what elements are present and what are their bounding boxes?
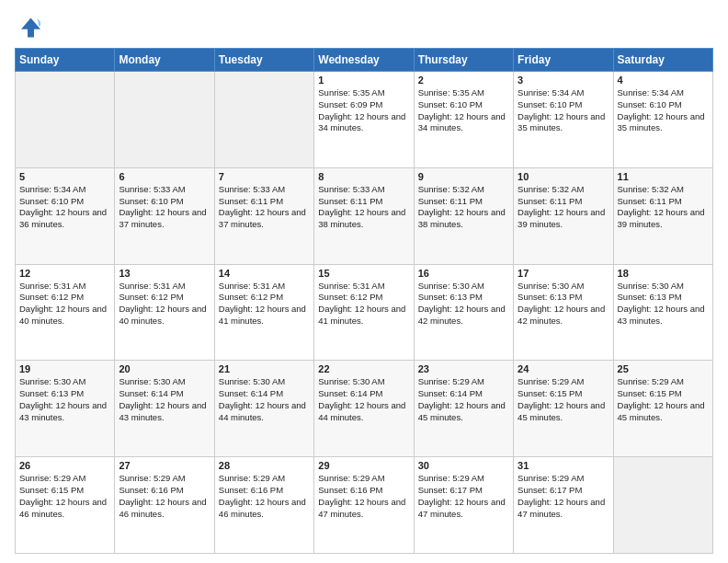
calendar-cell: 17Sunrise: 5:30 AM Sunset: 6:13 PM Dayli… xyxy=(514,264,613,361)
day-number: 24 xyxy=(518,363,609,374)
day-number: 27 xyxy=(119,460,210,471)
day-info: Sunrise: 5:29 AM Sunset: 6:14 PM Dayligh… xyxy=(418,376,509,423)
calendar-cell: 30Sunrise: 5:29 AM Sunset: 6:17 PM Dayli… xyxy=(414,457,513,554)
calendar-cell: 20Sunrise: 5:30 AM Sunset: 6:14 PM Dayli… xyxy=(115,361,214,457)
day-info: Sunrise: 5:30 AM Sunset: 6:13 PM Dayligh… xyxy=(518,281,609,327)
calendar-cell: 24Sunrise: 5:29 AM Sunset: 6:15 PM Dayli… xyxy=(514,361,613,457)
calendar-cell: 4Sunrise: 5:34 AM Sunset: 6:10 PM Daylig… xyxy=(613,72,712,168)
day-info: Sunrise: 5:32 AM Sunset: 6:11 PM Dayligh… xyxy=(618,184,709,231)
calendar-cell: 3Sunrise: 5:34 AM Sunset: 6:10 PM Daylig… xyxy=(514,72,613,168)
calendar-cell: 10Sunrise: 5:32 AM Sunset: 6:11 PM Dayli… xyxy=(514,167,613,264)
weekday-header: Monday xyxy=(115,49,214,72)
day-info: Sunrise: 5:34 AM Sunset: 6:10 PM Dayligh… xyxy=(618,87,709,134)
day-info: Sunrise: 5:30 AM Sunset: 6:14 PM Dayligh… xyxy=(318,376,409,423)
calendar-cell: 29Sunrise: 5:29 AM Sunset: 6:16 PM Dayli… xyxy=(314,457,414,554)
day-info: Sunrise: 5:29 AM Sunset: 6:15 PM Dayligh… xyxy=(19,473,110,520)
svg-marker-1 xyxy=(38,18,41,27)
calendar-cell: 26Sunrise: 5:29 AM Sunset: 6:15 PM Dayli… xyxy=(16,457,115,554)
day-info: Sunrise: 5:31 AM Sunset: 6:12 PM Dayligh… xyxy=(219,281,310,327)
calendar-cell: 18Sunrise: 5:30 AM Sunset: 6:13 PM Dayli… xyxy=(613,264,712,361)
logo xyxy=(15,15,44,40)
logo-icon xyxy=(15,15,40,40)
calendar-table: SundayMondayTuesdayWednesdayThursdayFrid… xyxy=(15,48,713,554)
calendar-cell xyxy=(613,457,712,554)
day-number: 23 xyxy=(418,363,509,374)
calendar-week-row: 12Sunrise: 5:31 AM Sunset: 6:12 PM Dayli… xyxy=(16,264,713,361)
calendar-cell: 25Sunrise: 5:29 AM Sunset: 6:15 PM Dayli… xyxy=(613,361,712,457)
day-info: Sunrise: 5:29 AM Sunset: 6:15 PM Dayligh… xyxy=(518,376,609,423)
calendar-week-row: 1Sunrise: 5:35 AM Sunset: 6:09 PM Daylig… xyxy=(16,72,713,168)
day-info: Sunrise: 5:31 AM Sunset: 6:12 PM Dayligh… xyxy=(119,281,210,327)
calendar-cell: 15Sunrise: 5:31 AM Sunset: 6:12 PM Dayli… xyxy=(314,264,414,361)
day-number: 26 xyxy=(19,460,110,471)
day-info: Sunrise: 5:33 AM Sunset: 6:10 PM Dayligh… xyxy=(119,184,210,231)
day-info: Sunrise: 5:29 AM Sunset: 6:16 PM Dayligh… xyxy=(318,473,409,520)
page: SundayMondayTuesdayWednesdayThursdayFrid… xyxy=(0,0,728,563)
weekday-header: Thursday xyxy=(414,49,513,72)
day-number: 4 xyxy=(618,75,709,86)
day-info: Sunrise: 5:32 AM Sunset: 6:11 PM Dayligh… xyxy=(418,184,509,231)
calendar-cell: 13Sunrise: 5:31 AM Sunset: 6:12 PM Dayli… xyxy=(115,264,214,361)
day-number: 12 xyxy=(19,268,110,279)
header xyxy=(15,15,713,40)
day-info: Sunrise: 5:35 AM Sunset: 6:10 PM Dayligh… xyxy=(418,87,509,134)
svg-marker-0 xyxy=(21,18,40,38)
day-info: Sunrise: 5:30 AM Sunset: 6:14 PM Dayligh… xyxy=(219,376,310,423)
day-number: 9 xyxy=(418,171,509,182)
day-number: 18 xyxy=(618,268,709,279)
day-info: Sunrise: 5:29 AM Sunset: 6:16 PM Dayligh… xyxy=(119,473,210,520)
weekday-header: Friday xyxy=(514,49,613,72)
day-number: 21 xyxy=(219,363,310,374)
day-number: 28 xyxy=(219,460,310,471)
day-info: Sunrise: 5:29 AM Sunset: 6:17 PM Dayligh… xyxy=(418,473,509,520)
day-number: 11 xyxy=(618,171,709,182)
day-number: 2 xyxy=(418,75,509,86)
calendar-cell: 9Sunrise: 5:32 AM Sunset: 6:11 PM Daylig… xyxy=(414,167,513,264)
weekday-header: Sunday xyxy=(16,49,115,72)
day-number: 25 xyxy=(618,363,709,374)
day-number: 14 xyxy=(219,268,310,279)
day-number: 17 xyxy=(518,268,609,279)
day-info: Sunrise: 5:34 AM Sunset: 6:10 PM Dayligh… xyxy=(19,184,110,231)
calendar-cell: 31Sunrise: 5:29 AM Sunset: 6:17 PM Dayli… xyxy=(514,457,613,554)
day-number: 13 xyxy=(119,268,210,279)
calendar-cell: 23Sunrise: 5:29 AM Sunset: 6:14 PM Dayli… xyxy=(414,361,513,457)
calendar-week-row: 5Sunrise: 5:34 AM Sunset: 6:10 PM Daylig… xyxy=(16,167,713,264)
calendar-week-row: 19Sunrise: 5:30 AM Sunset: 6:13 PM Dayli… xyxy=(16,361,713,457)
calendar-cell xyxy=(115,72,214,168)
day-number: 30 xyxy=(418,460,509,471)
day-number: 16 xyxy=(418,268,509,279)
day-number: 29 xyxy=(318,460,409,471)
calendar-cell xyxy=(16,72,115,168)
day-number: 8 xyxy=(318,171,409,182)
day-number: 19 xyxy=(19,363,110,374)
calendar-cell: 2Sunrise: 5:35 AM Sunset: 6:10 PM Daylig… xyxy=(414,72,513,168)
weekday-header: Tuesday xyxy=(214,49,313,72)
calendar-cell: 1Sunrise: 5:35 AM Sunset: 6:09 PM Daylig… xyxy=(314,72,414,168)
day-info: Sunrise: 5:35 AM Sunset: 6:09 PM Dayligh… xyxy=(318,87,409,134)
day-info: Sunrise: 5:30 AM Sunset: 6:13 PM Dayligh… xyxy=(418,281,509,327)
day-info: Sunrise: 5:29 AM Sunset: 6:15 PM Dayligh… xyxy=(618,376,709,423)
day-info: Sunrise: 5:29 AM Sunset: 6:17 PM Dayligh… xyxy=(518,473,609,520)
weekday-header: Wednesday xyxy=(314,49,414,72)
day-number: 7 xyxy=(219,171,310,182)
calendar-cell: 27Sunrise: 5:29 AM Sunset: 6:16 PM Dayli… xyxy=(115,457,214,554)
day-info: Sunrise: 5:31 AM Sunset: 6:12 PM Dayligh… xyxy=(318,281,409,327)
day-number: 15 xyxy=(318,268,409,279)
day-info: Sunrise: 5:29 AM Sunset: 6:16 PM Dayligh… xyxy=(219,473,310,520)
calendar-cell xyxy=(214,72,313,168)
day-number: 10 xyxy=(518,171,609,182)
day-info: Sunrise: 5:30 AM Sunset: 6:13 PM Dayligh… xyxy=(618,281,709,327)
calendar-cell: 7Sunrise: 5:33 AM Sunset: 6:11 PM Daylig… xyxy=(214,167,313,264)
day-number: 5 xyxy=(19,171,110,182)
calendar-cell: 11Sunrise: 5:32 AM Sunset: 6:11 PM Dayli… xyxy=(613,167,712,264)
calendar-cell: 28Sunrise: 5:29 AM Sunset: 6:16 PM Dayli… xyxy=(214,457,313,554)
calendar-cell: 14Sunrise: 5:31 AM Sunset: 6:12 PM Dayli… xyxy=(214,264,313,361)
calendar-cell: 6Sunrise: 5:33 AM Sunset: 6:10 PM Daylig… xyxy=(115,167,214,264)
day-info: Sunrise: 5:30 AM Sunset: 6:13 PM Dayligh… xyxy=(19,376,110,423)
day-number: 22 xyxy=(318,363,409,374)
calendar-week-row: 26Sunrise: 5:29 AM Sunset: 6:15 PM Dayli… xyxy=(16,457,713,554)
day-number: 1 xyxy=(318,75,409,86)
day-number: 6 xyxy=(119,171,210,182)
day-number: 20 xyxy=(119,363,210,374)
